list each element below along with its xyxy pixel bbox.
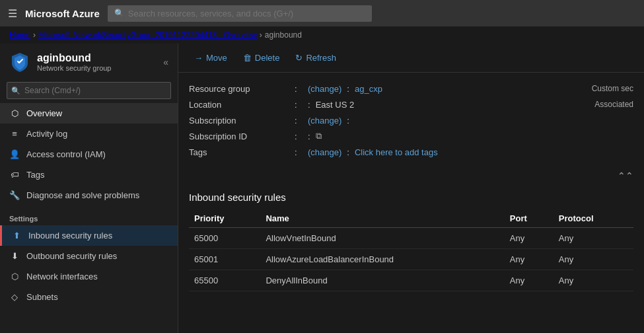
cell-protocol: Any: [554, 249, 633, 270]
sidebar-item-tags[interactable]: 🏷 Tags: [0, 165, 178, 185]
sidebar-item-outbound-security-rules[interactable]: ⬇ Outbound security rules: [0, 246, 178, 266]
subscription-label: Subscription: [189, 116, 295, 126]
sidebar-item-overview[interactable]: ⬡ Overview: [0, 103, 178, 124]
resource-group-change-link[interactable]: (change): [308, 84, 341, 94]
sidebar-item-label: Network interfaces: [26, 272, 98, 281]
azure-shield-icon: [9, 52, 30, 73]
tags-value: (change) : Click here to add tags: [308, 147, 438, 157]
copy-icon[interactable]: ⧉: [316, 131, 322, 141]
col-protocol: Protocol: [554, 209, 633, 228]
cell-priority: 65001: [189, 249, 260, 270]
refresh-icon: ↻: [295, 53, 303, 63]
col-priority: Priority: [189, 209, 260, 228]
table-row[interactable]: 65500 DenyAllInBound Any Any: [189, 270, 633, 291]
tags-change-link[interactable]: (change): [308, 147, 341, 157]
sidebar-item-label: Diagnose and solve problems: [26, 190, 139, 200]
table-row[interactable]: 65000 AllowVnetInBound Any Any: [189, 228, 633, 249]
cell-name: DenyAllInBound: [260, 270, 504, 291]
subscription-value: (change) :: [308, 116, 349, 126]
activity-log-icon: ≡: [9, 129, 20, 139]
sidebar-item-activity-log[interactable]: ≡ Activity log: [0, 124, 178, 144]
cell-protocol: Any: [554, 228, 633, 249]
sidebar-item-subnets[interactable]: ◇ Subnets: [0, 287, 178, 307]
sidebar-item-label: Subnets: [26, 292, 58, 302]
tags-row: Tags : (change) : Click here to add tags: [189, 144, 633, 160]
col-name: Name: [260, 209, 504, 228]
resource-group-label: Resource group: [189, 84, 295, 94]
sidebar-item-label: Outbound security rules: [26, 251, 117, 261]
search-icon: 🔍: [114, 9, 124, 18]
delete-button[interactable]: 🗑 Delete: [238, 50, 285, 65]
diagnose-icon: 🔧: [9, 190, 20, 200]
col-port: Port: [505, 209, 554, 228]
toolbar: → Move 🗑 Delete ↻ Refresh: [178, 44, 644, 73]
sidebar-item-inbound-security-rules[interactable]: ⬆ Inbound security rules: [0, 225, 178, 246]
refresh-button[interactable]: ↻ Refresh: [290, 50, 341, 65]
subscription-id-row: Subscription ID : : ⧉: [189, 128, 633, 144]
table-header-row: Priority Name Port Protocol: [189, 209, 633, 228]
subscription-id-label: Subscription ID: [189, 131, 295, 141]
sidebar-search-input[interactable]: [7, 82, 171, 99]
sidebar-item-network-interfaces[interactable]: ⬡ Network interfaces: [0, 266, 178, 287]
sidebar-item-label: Access control (IAM): [26, 149, 106, 159]
overview-icon: ⬡: [9, 108, 20, 118]
resource-group-row: Resource group : (change) : ag_cxp Custo…: [189, 81, 633, 96]
subscription-change-link[interactable]: (change): [308, 116, 341, 126]
cell-port: Any: [505, 228, 554, 249]
breadcrumb-current: aginbound: [265, 30, 302, 40]
access-control-icon: 👤: [9, 149, 20, 159]
resource-group-link[interactable]: ag_cxp: [355, 84, 382, 94]
subscription-row: Subscription : (change) :: [189, 112, 633, 128]
breadcrumb-home[interactable]: Home: [9, 30, 30, 40]
sidebar-item-label: Overview: [26, 108, 62, 118]
sidebar-item-diagnose[interactable]: 🔧 Diagnose and solve problems: [0, 185, 178, 205]
breadcrumb: Home › Microsoft.NetworkSecurityGroup-20…: [0, 26, 644, 44]
sidebar-resource-name: aginbound: [37, 52, 112, 64]
global-search-input[interactable]: [128, 9, 365, 18]
outbound-rules-icon: ⬇: [9, 251, 20, 261]
custom-sec-label: Custom sec: [592, 84, 633, 93]
global-search-bar[interactable]: 🔍: [108, 5, 372, 22]
add-tags-link[interactable]: Click here to add tags: [355, 147, 438, 157]
location-label: Location: [189, 100, 295, 110]
cell-name: AllowAzureLoadBalancerInBound: [260, 249, 504, 270]
cell-port: Any: [505, 270, 554, 291]
cell-priority: 65500: [189, 270, 260, 291]
sidebar-item-access-control[interactable]: 👤 Access control (IAM): [0, 144, 178, 165]
network-interfaces-icon: ⬡: [9, 272, 20, 281]
cell-port: Any: [505, 249, 554, 270]
cell-name: AllowVnetInBound: [260, 228, 504, 249]
subscription-id-value: : ⧉: [308, 131, 322, 141]
top-bar: ☰ Microsoft Azure 🔍: [0, 0, 644, 26]
app-title: Microsoft Azure: [25, 8, 100, 19]
subnets-icon: ◇: [9, 292, 20, 302]
sidebar-item-label: Activity log: [26, 129, 67, 139]
sidebar-resource-type: Network security group: [37, 64, 112, 72]
table-row[interactable]: 65001 AllowAzureLoadBalancerInBound Any …: [189, 249, 633, 270]
breadcrumb-resource[interactable]: Microsoft.NetworkSecurityGroup-201911222…: [38, 30, 257, 40]
sidebar-item-label: Tags: [26, 170, 44, 180]
sidebar: aginbound Network security group « 🔍 ⬡ O…: [0, 44, 178, 333]
cell-protocol: Any: [554, 270, 633, 291]
sidebar-item-label: Inbound security rules: [28, 231, 112, 240]
sidebar-search-container: 🔍: [7, 82, 171, 99]
location-value: : East US 2: [308, 100, 354, 110]
cell-priority: 65000: [189, 228, 260, 249]
resource-group-value: (change) : ag_cxp: [308, 84, 382, 94]
sidebar-header: aginbound Network security group «: [0, 44, 178, 78]
tags-icon: 🏷: [9, 170, 20, 180]
move-button[interactable]: → Move: [189, 50, 233, 65]
inbound-rules-table: Priority Name Port Protocol 65000 AllowV…: [189, 209, 633, 291]
main-layout: aginbound Network security group « 🔍 ⬡ O…: [0, 44, 644, 333]
associated-label: Associated: [594, 100, 633, 109]
hamburger-menu[interactable]: ☰: [8, 7, 17, 20]
sidebar-search-icon: 🔍: [11, 87, 20, 95]
inbound-rules-icon: ⬆: [11, 231, 22, 240]
settings-section-label: Settings: [0, 205, 178, 225]
location-row: Location : : East US 2 Associated: [189, 96, 633, 112]
collapse-section-btn[interactable]: ⌃⌃: [178, 168, 644, 184]
inbound-rules-title: Inbound security rules: [189, 192, 633, 203]
delete-icon: 🗑: [243, 53, 252, 63]
sidebar-collapse-btn[interactable]: «: [163, 57, 168, 67]
content-area: → Move 🗑 Delete ↻ Refresh Resource group…: [178, 44, 644, 333]
